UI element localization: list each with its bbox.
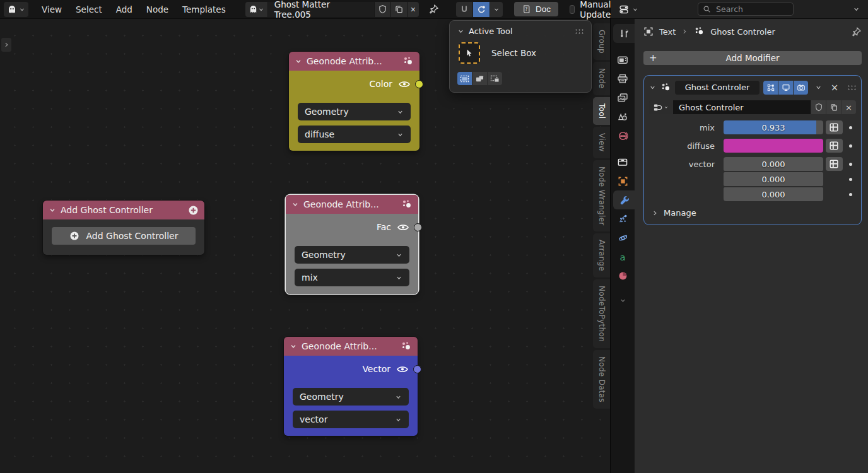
attribute-dropdown[interactable]: diffuse xyxy=(298,126,411,143)
search-input[interactable] xyxy=(715,4,789,15)
node-canvas[interactable]: Active Tool Select Box xyxy=(0,19,610,473)
geometry-dropdown[interactable]: Geometry xyxy=(295,246,409,264)
props-tab-collection[interactable] xyxy=(611,153,635,172)
node-tree-name-field[interactable]: Ghost Controler xyxy=(673,100,811,114)
node-header[interactable]: Geonode Attrib... xyxy=(289,52,419,71)
select-mode-subtract-button[interactable] xyxy=(488,72,502,85)
sidebar-tab-group[interactable]: Group xyxy=(593,23,610,60)
node-header[interactable]: Geonode Attrib... xyxy=(286,195,418,214)
output-socket-color[interactable] xyxy=(415,80,423,88)
vector-y-field[interactable]: 0.000 xyxy=(724,172,823,186)
mix-animate-dot[interactable] xyxy=(849,126,852,129)
node-tree-name-field[interactable]: Ghost Matter Tree.005 xyxy=(268,2,374,17)
vector-z-animate-dot[interactable] xyxy=(849,193,852,196)
edit-mode-toggle[interactable] xyxy=(763,81,778,95)
browse-node-tree-button[interactable] xyxy=(649,100,672,114)
vector-y-animate-dot[interactable] xyxy=(849,178,852,181)
menu-node[interactable]: Node xyxy=(139,1,175,18)
realtime-display-toggle[interactable] xyxy=(778,81,793,95)
new-copy-button[interactable] xyxy=(391,2,407,17)
pin-icon[interactable] xyxy=(851,26,862,37)
diffuse-color-field[interactable] xyxy=(724,139,823,153)
node-geonode-attrib-fac[interactable]: Geonode Attrib... Fac Geometry xyxy=(286,195,418,294)
sidebar-tab-node[interactable]: Node xyxy=(593,62,610,95)
snap-magnet-button[interactable] xyxy=(456,2,472,17)
props-tab-render[interactable] xyxy=(611,50,635,69)
doc-button[interactable]: ? Doc xyxy=(514,2,558,16)
unlink-button[interactable]: × xyxy=(842,100,856,114)
props-tab-world[interactable] xyxy=(611,126,635,145)
node-geonode-attrib-vector[interactable]: Geonode Attrib... Vector Geometry xyxy=(284,337,418,436)
node-geonode-attrib-color[interactable]: Geonode Attrib... Color Geometry xyxy=(289,52,419,151)
props-tab-view-layer[interactable] xyxy=(611,88,635,107)
editor-type-button[interactable] xyxy=(4,2,28,17)
eye-icon[interactable] xyxy=(398,79,411,89)
add-modifier-button[interactable]: + Add Modifier xyxy=(643,51,862,65)
mix-slider[interactable]: 0.933 xyxy=(724,120,823,134)
props-tab-object-data[interactable]: a xyxy=(611,247,635,266)
menu-templates[interactable]: Templates xyxy=(175,1,233,18)
geometry-dropdown[interactable]: Geometry xyxy=(298,103,411,120)
active-tool-header[interactable]: Active Tool xyxy=(450,21,591,40)
properties-search[interactable] xyxy=(698,3,794,16)
properties-editor-type-button[interactable] xyxy=(616,2,642,17)
copy-button[interactable] xyxy=(826,100,841,114)
drag-dots[interactable] xyxy=(847,85,856,90)
fake-user-button[interactable] xyxy=(375,2,390,17)
chevron-down-icon[interactable] xyxy=(291,201,299,208)
tabs-collapse-button[interactable] xyxy=(611,294,635,307)
node-header[interactable]: Geonode Attrib... xyxy=(284,337,418,356)
manual-update-toggle[interactable]: Manual Update xyxy=(570,0,614,20)
unlink-button[interactable]: × xyxy=(408,2,419,17)
pin-button[interactable] xyxy=(425,2,442,17)
snap-target-button[interactable] xyxy=(473,2,490,17)
breadcrumb-modifier[interactable]: Ghost Controler xyxy=(710,27,775,37)
fake-user-button[interactable] xyxy=(811,100,826,114)
render-display-toggle[interactable] xyxy=(794,81,808,95)
drag-dots[interactable] xyxy=(575,28,584,34)
output-socket-fac[interactable] xyxy=(414,223,422,231)
modifier-extras-button[interactable] xyxy=(812,84,824,91)
attribute-dropdown[interactable]: mix xyxy=(295,269,409,286)
diffuse-animate-dot[interactable] xyxy=(849,144,852,148)
diffuse-input-attribute-toggle[interactable] xyxy=(826,139,843,153)
sidebar-tab-tool[interactable]: Tool xyxy=(593,97,610,126)
props-tab-object[interactable] xyxy=(611,172,635,190)
select-box-tool-button[interactable] xyxy=(459,42,480,64)
vector-input-attribute-toggle[interactable] xyxy=(826,157,843,171)
node-add-ghost-controller[interactable]: Add Ghost Controller Add Ghost Controlle… xyxy=(43,201,204,255)
props-tab-tool[interactable] xyxy=(613,24,635,43)
snap-options-button[interactable] xyxy=(490,2,503,17)
sidebar-tab-node-datas[interactable]: Node Datas xyxy=(593,350,610,409)
manage-section-header[interactable]: Manage xyxy=(652,208,856,218)
chevron-down-icon[interactable] xyxy=(290,342,297,350)
props-tab-particles[interactable] xyxy=(611,209,635,228)
chevron-down-icon[interactable] xyxy=(295,57,302,65)
sidebar-expand-button[interactable] xyxy=(1,38,11,52)
menu-add[interactable]: Add xyxy=(109,1,139,18)
menu-view[interactable]: View xyxy=(35,1,69,18)
chevron-down-icon[interactable] xyxy=(649,84,656,91)
sidebar-tab-arrange[interactable]: Arrange xyxy=(593,233,610,277)
mix-input-attribute-toggle[interactable] xyxy=(826,120,843,134)
geometry-dropdown[interactable]: Geometry xyxy=(293,388,409,406)
manual-update-checkbox[interactable] xyxy=(570,5,575,14)
props-tab-scene[interactable] xyxy=(611,107,635,126)
props-tab-output[interactable] xyxy=(611,69,635,88)
sidebar-tab-view[interactable]: View xyxy=(593,127,610,158)
menu-select[interactable]: Select xyxy=(69,1,109,18)
properties-options-button[interactable] xyxy=(850,2,863,17)
eye-icon[interactable] xyxy=(397,223,409,232)
sidebar-tab-node-wrangler[interactable]: Node Wrangler xyxy=(593,160,610,232)
vector-x-field[interactable]: 0.000 xyxy=(724,157,823,171)
props-tab-modifiers[interactable] xyxy=(613,190,635,209)
node-tree-browse-button[interactable] xyxy=(245,2,267,17)
select-mode-extend-button[interactable] xyxy=(472,72,487,85)
sidebar-tab-nodetopython[interactable]: NodeToPython xyxy=(593,279,610,348)
modifier-name-field[interactable]: Ghost Controler xyxy=(675,81,760,95)
vector-x-animate-dot[interactable] xyxy=(849,163,852,166)
select-mode-set-button[interactable] xyxy=(457,72,472,85)
breadcrumb-object[interactable]: Text xyxy=(659,27,676,37)
eye-icon[interactable] xyxy=(396,365,409,374)
output-socket-vector[interactable] xyxy=(413,365,421,373)
